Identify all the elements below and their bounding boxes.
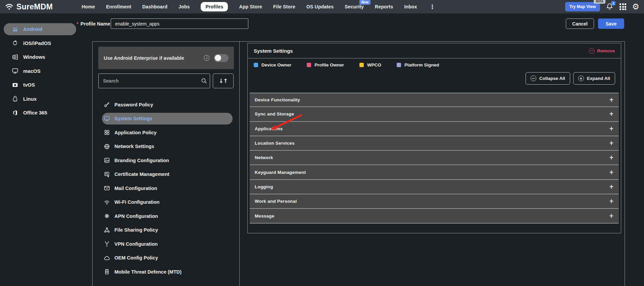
remove-label: Remove: [597, 48, 615, 53]
settings-item-label: Mail Configuration: [114, 186, 157, 191]
profile-name-input[interactable]: [111, 18, 248, 29]
plus-circle-icon: +: [578, 76, 584, 81]
sort-button[interactable]: ↓↑: [213, 74, 234, 88]
settings-item-label: Wi-Fi Configuration: [114, 199, 159, 205]
profile-name-label: Profile Name: [81, 21, 110, 27]
nav-os-updates[interactable]: OS Updates: [306, 4, 334, 9]
nav-security[interactable]: Security New: [345, 4, 364, 9]
os-item-tvos[interactable]: tvOS: [0, 78, 76, 92]
settings-item-mobile-threat-defence[interactable]: Mobile Threat Defence (MTD): [98, 265, 234, 279]
settings-item-file-sharing-policy[interactable]: File Sharing Policy: [98, 223, 234, 237]
expand-icon[interactable]: +: [609, 213, 614, 219]
search-input[interactable]: [98, 74, 210, 88]
settings-item-network-settings[interactable]: Network Settings: [98, 140, 234, 154]
legend-wpco: WPCO: [359, 62, 381, 67]
accordion-controls: − Collapse All + Expand All: [526, 72, 615, 85]
expand-icon[interactable]: +: [609, 155, 614, 160]
settings-item-label: Mobile Threat Defence (MTD): [114, 269, 182, 275]
settings-list: Password Policy System Settings Applicat…: [98, 98, 234, 279]
nav-inbox[interactable]: Inbox: [404, 4, 417, 9]
section-work-and-personal[interactable]: Work and Personal +: [250, 194, 619, 209]
nav-security-label: Security: [345, 4, 364, 9]
section-logging[interactable]: Logging +: [250, 180, 619, 194]
settings-item-wifi-configuration[interactable]: Wi-Fi Configuration: [98, 195, 234, 209]
platform-signed-swatch: [397, 63, 401, 67]
settings-item-label: VPN Configuration: [114, 241, 158, 247]
settings-item-label: Branding Configuration: [114, 158, 169, 163]
expand-icon[interactable]: +: [609, 97, 614, 103]
os-item-macos[interactable]: macOS: [0, 64, 76, 78]
nav-dashboard[interactable]: Dashboard: [142, 4, 167, 9]
try-map-view-button[interactable]: Try Map View Beta: [565, 2, 600, 11]
expand-icon[interactable]: +: [609, 170, 614, 175]
os-item-android[interactable]: Android: [0, 22, 76, 36]
apple-tv-icon: [12, 82, 18, 88]
section-keyguard-management[interactable]: Keyguard Management +: [250, 165, 619, 180]
settings-item-mail-configuration[interactable]: Mail Configuration: [98, 181, 234, 195]
settings-item-certificate-management[interactable]: Certificate Management: [98, 168, 234, 182]
info-icon[interactable]: i: [204, 55, 209, 61]
os-item-label: Office 365: [23, 110, 47, 115]
settings-item-branding-configuration[interactable]: Branding Configuration: [98, 153, 234, 168]
expand-all-button[interactable]: + Expand All: [573, 72, 615, 85]
topbar-right-cluster: Try Map View Beta 1 ⚙: [565, 2, 644, 11]
profile-name-field-label: * Profile Name: [77, 21, 110, 27]
topbar: SureMDM Home Enrollment Dashboard Jobs P…: [0, 0, 644, 13]
brand[interactable]: SureMDM: [5, 2, 53, 11]
section-sync-and-storage[interactable]: Sync and Storage +: [250, 107, 619, 122]
android-enterprise-toggle[interactable]: [214, 54, 229, 62]
settings-item-label: Password Policy: [114, 102, 153, 107]
nav-jobs[interactable]: Jobs: [179, 4, 190, 9]
os-item-label: tvOS: [23, 82, 35, 88]
system-settings-panel: System Settings − Remove Device Owner Pr…: [247, 43, 621, 233]
section-network[interactable]: Network +: [250, 151, 619, 165]
settings-item-application-policy[interactable]: Application Policy: [98, 126, 234, 140]
section-message[interactable]: Message +: [250, 209, 619, 223]
os-item-label: Android: [23, 26, 43, 32]
section-device-functionality[interactable]: Device Functionality +: [250, 93, 619, 107]
collapse-all-button[interactable]: − Collapse All: [526, 72, 570, 85]
os-item-windows[interactable]: Windows: [0, 50, 76, 64]
nav-enrollment[interactable]: Enrollment: [106, 4, 131, 9]
os-item-ios[interactable]: iOS/iPadOS: [0, 36, 76, 50]
settings-item-apn-configuration[interactable]: APN Configuration: [98, 209, 234, 223]
device-owner-swatch: [254, 63, 258, 67]
more-menu-icon[interactable]: ⋮: [428, 3, 437, 10]
notification-count-badge: 1: [611, 1, 615, 5]
suremdm-logo-icon: [5, 3, 14, 11]
settings-item-label: File Sharing Policy: [114, 227, 158, 233]
settings-item-vpn-configuration[interactable]: VPN Configuration: [98, 237, 234, 251]
nav-file-store[interactable]: File Store: [273, 4, 295, 9]
settings-item-label: APN Configuration: [114, 213, 158, 219]
expand-icon[interactable]: +: [609, 126, 614, 132]
key-icon: [104, 101, 110, 108]
remove-section-button[interactable]: − Remove: [589, 48, 615, 54]
profile-sections-column: Use Android Enterprise if available i ↓↑…: [93, 42, 240, 286]
save-button[interactable]: Save: [598, 18, 624, 29]
os-sidebar: Android iOS/iPadOS Windows: [0, 13, 76, 286]
apps-grid-icon[interactable]: [620, 3, 626, 10]
settings-item-oem-config-policy[interactable]: OEM Config Policy: [98, 251, 234, 265]
nav-app-store[interactable]: App Store: [239, 4, 262, 9]
certificate-icon: [104, 171, 110, 178]
os-item-linux[interactable]: Linux: [0, 92, 76, 106]
settings-gear-icon[interactable]: ⚙: [632, 3, 639, 11]
android-icon: [12, 26, 18, 33]
notifications-button[interactable]: 1: [606, 2, 614, 11]
nav-reports[interactable]: Reports: [375, 4, 393, 9]
cloud-icon: [104, 255, 110, 261]
expand-icon[interactable]: +: [609, 140, 614, 146]
cancel-button[interactable]: Cancel: [566, 18, 594, 29]
os-item-office365[interactable]: Office 365: [0, 106, 76, 120]
expand-icon[interactable]: +: [609, 184, 614, 190]
section-location-services[interactable]: Location Services +: [250, 136, 619, 151]
nav-profiles[interactable]: Profiles: [201, 2, 228, 11]
os-item-label: iOS/iPadOS: [23, 40, 51, 46]
settings-item-label: Network Settings: [114, 144, 154, 149]
settings-item-system-settings[interactable]: System Settings: [98, 112, 234, 126]
settings-item-password-policy[interactable]: Password Policy: [98, 98, 234, 112]
expand-icon[interactable]: +: [609, 111, 614, 117]
section-applications[interactable]: Applications +: [250, 122, 619, 136]
expand-icon[interactable]: +: [609, 198, 614, 204]
nav-home[interactable]: Home: [82, 4, 95, 9]
